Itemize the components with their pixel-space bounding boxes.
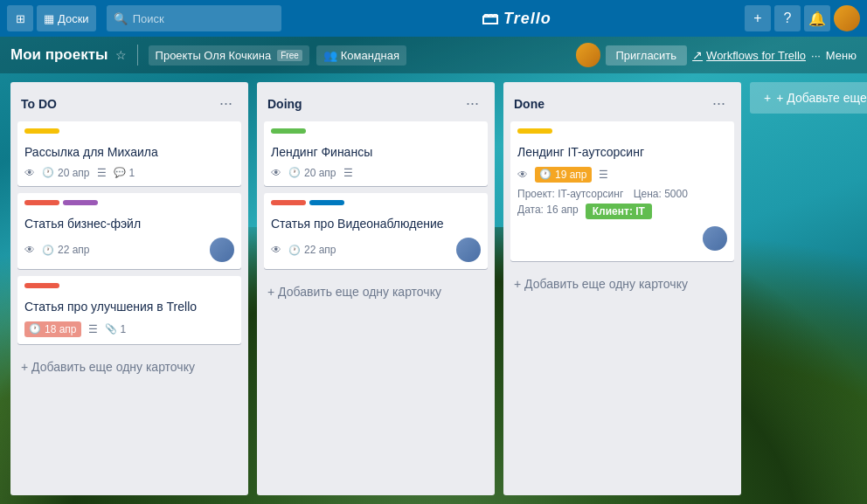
card-label-green	[271, 128, 306, 134]
team-link[interactable]: 👥 Командная	[316, 45, 406, 66]
card-4-list: ☰	[343, 167, 353, 179]
info-button[interactable]: ?	[774, 5, 801, 31]
card-label-yellow	[24, 128, 59, 134]
plus-icon: +	[764, 91, 771, 105]
clock-icon: 🕐	[288, 245, 301, 256]
card-5-eye: 👁	[271, 244, 281, 256]
card-1-footer: 👁 🕐 20 апр ☰ 💬 1	[24, 167, 234, 179]
card-6-date-warning: 🕐 19 апр	[535, 167, 592, 183]
column-done: Done ··· Лендинг IT-аутсорсинг 👁 🕐 19 ап…	[503, 82, 741, 495]
user-avatar[interactable]	[834, 5, 860, 31]
card-6-eye: 👁	[517, 169, 528, 181]
eye-icon: 👁	[271, 167, 281, 179]
divider	[137, 45, 138, 66]
card-3-list: ☰	[88, 323, 98, 335]
card-6-avatar	[703, 226, 727, 251]
card-5-title: Статья про Видеонаблюдение	[271, 216, 481, 233]
card-label-red	[24, 283, 59, 288]
card-5-avatar	[456, 238, 481, 262]
add-card-doing[interactable]: + Добавить еще одну карточку	[264, 280, 488, 304]
card-3[interactable]: Статья про улучшения в Trello 🕐 18 апр ☰…	[17, 276, 241, 344]
card-3-title: Статья про улучшения в Trello	[24, 299, 234, 316]
comment-icon: 💬	[114, 167, 126, 178]
card-4[interactable]: Лендинг Финансы 👁 🕐 20 апр ☰	[264, 121, 488, 186]
column-menu-done[interactable]: ···	[707, 93, 731, 114]
card-4-footer: 👁 🕐 20 апр ☰	[271, 167, 481, 179]
card-2-avatar	[210, 238, 234, 262]
card-1-list: ☰	[97, 167, 107, 179]
card-4-eye: 👁	[271, 167, 281, 179]
card-2[interactable]: Статья бизнес-фэйл 👁 🕐 22 апр	[17, 193, 241, 270]
card-2-eye: 👁	[24, 244, 35, 256]
nav-right-area: + ? 🔔	[745, 5, 860, 31]
board-title: Мои проекты	[10, 46, 108, 64]
card-6-top-footer: 👁 🕐 19 апр ☰	[517, 167, 727, 183]
board-content: To DO ··· Рассылка для Михаила 👁 🕐 20 ап…	[0, 73, 867, 504]
card-6-date-full: Дата: 16 апр	[517, 204, 579, 216]
card-1-comment: 💬 1	[114, 167, 135, 179]
card-4-title: Лендинг Финансы	[271, 144, 481, 162]
card-6-list: ☰	[599, 169, 608, 181]
more-button[interactable]: ···	[811, 49, 821, 62]
clock-icon: 🕐	[288, 167, 301, 178]
top-navbar: ⊞ ▦ Доски 🔍 🗃 Trello + ? 🔔	[0, 0, 867, 37]
search-input[interactable]	[133, 12, 274, 25]
star-button[interactable]: ☆	[115, 48, 127, 62]
column-menu-doing[interactable]: ···	[461, 93, 484, 114]
card-5-date: 🕐 22 апр	[288, 244, 336, 256]
list-icon: ☰	[599, 169, 608, 181]
notifications-button[interactable]: 🔔	[804, 5, 830, 31]
card-1-title: Рассылка для Михаила	[24, 144, 234, 162]
card-6-bottom-footer: Дата: 16 апр Клиент: IT	[517, 204, 727, 219]
boards-button[interactable]: ▦ Доски	[37, 5, 96, 31]
column-doing: Doing ··· Лендинг Финансы 👁 🕐 20 апр ☰	[257, 82, 495, 495]
add-card-done[interactable]: + Добавить еще одну карточку	[510, 272, 734, 296]
menu-button[interactable]: Меню	[826, 49, 857, 62]
projects-link[interactable]: Проекты Оля Кочкина Free	[149, 45, 309, 66]
card-2-date: 🕐 22 апр	[42, 244, 90, 256]
attach-icon: 📎	[105, 323, 117, 335]
card-3-attach: 📎 1	[105, 323, 127, 335]
clock-icon: 🕐	[42, 245, 54, 256]
trello-icon: 🗃	[482, 9, 500, 29]
eye-icon: 👁	[517, 169, 528, 181]
card-label-red	[271, 200, 306, 205]
column-todo: To DO ··· Рассылка для Михаила 👁 🕐 20 ап…	[10, 82, 248, 495]
card-label-purple	[63, 200, 98, 205]
card-3-date-overdue: 🕐 18 апр	[24, 321, 81, 337]
column-menu-todo[interactable]: ···	[214, 93, 238, 114]
add-list-button[interactable]: + + Добавьте еще одну	[750, 82, 867, 114]
workflows-icon: ↗	[692, 48, 703, 62]
card-3-footer: 🕐 18 апр ☰ 📎 1	[24, 321, 234, 337]
card-4-date: 🕐 20 апр	[288, 167, 336, 179]
card-2-footer: 👁 🕐 22 апр	[24, 238, 234, 262]
card-5-footer: 👁 🕐 22 апр	[271, 238, 481, 262]
home-button[interactable]: ⊞	[7, 5, 33, 31]
card-2-title: Статья бизнес-фэйл	[24, 216, 234, 233]
add-button[interactable]: +	[745, 5, 771, 31]
clock-icon: 🕐	[29, 323, 41, 335]
card-label-yellow	[517, 128, 552, 134]
column-title-doing: Doing	[267, 97, 302, 111]
card-6[interactable]: Лендинг IT-аутсорсинг 👁 🕐 19 апр ☰ Проек…	[510, 121, 734, 261]
trello-logo: 🗃 Trello	[292, 9, 741, 29]
eye-icon: 👁	[271, 244, 281, 256]
card-1[interactable]: Рассылка для Михаила 👁 🕐 20 апр ☰ 💬 1	[17, 121, 241, 186]
free-badge: Free	[277, 50, 302, 61]
add-card-todo[interactable]: + Добавить еще одну карточку	[17, 355, 241, 379]
search-bar[interactable]: 🔍	[107, 5, 281, 31]
invite-button[interactable]: Пригласить	[606, 45, 688, 66]
team-avatar[interactable]	[576, 43, 600, 67]
sub-nav-right: Пригласить ↗ Workflows for Trello ··· Ме…	[576, 43, 857, 67]
list-icon: ☰	[343, 167, 353, 179]
eye-icon: 👁	[24, 244, 35, 256]
card-1-eye: 👁	[24, 167, 35, 179]
clock-icon: 🕐	[539, 169, 551, 180]
boards-grid-icon: ▦	[44, 12, 54, 25]
workflows-link[interactable]: ↗ Workflows for Trello	[692, 48, 806, 62]
card-6-title: Лендинг IT-аутсорсинг	[517, 144, 727, 162]
search-icon: 🔍	[114, 12, 128, 25]
sub-navbar: Мои проекты ☆ Проекты Оля Кочкина Free 👥…	[0, 37, 867, 73]
card-5[interactable]: Статья про Видеонаблюдение 👁 🕐 22 апр	[264, 193, 488, 270]
column-title-done: Done	[514, 97, 544, 111]
